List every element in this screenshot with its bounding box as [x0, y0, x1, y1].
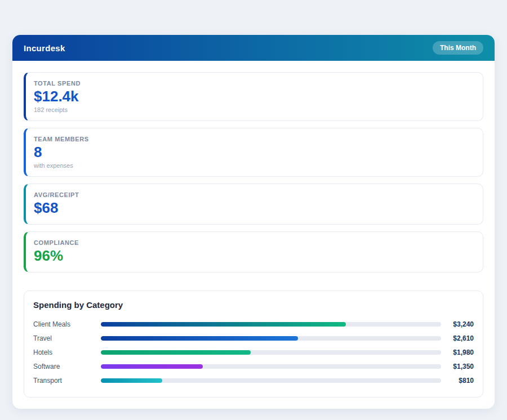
dashboard-card: Incurdesk This Month TOTAL SPEND $12.4k … — [12, 35, 495, 409]
stat-subtext: 182 receipts — [34, 106, 474, 113]
chart-row-client-meals: Client Meals $3,240 — [33, 318, 474, 332]
stat-value: $68 — [34, 200, 474, 217]
stat-card-compliance: COMPLIANCE 96% — [24, 231, 483, 272]
period-badge[interactable]: This Month — [433, 41, 483, 55]
stat-value: $12.4k — [34, 88, 474, 105]
stat-card-avg-receipt: AVG/RECEIPT $68 — [24, 184, 483, 225]
stat-value: 96% — [34, 248, 474, 265]
stat-label: TEAM MEMBERS — [34, 136, 474, 142]
bar-fill — [101, 364, 203, 369]
chart-row-travel: Travel $2,610 — [33, 332, 474, 346]
bar-fill — [101, 336, 298, 341]
bar-track — [101, 350, 441, 355]
stat-label: AVG/RECEIPT — [34, 191, 474, 198]
stat-value: 8 — [34, 144, 474, 161]
stats-section: TOTAL SPEND $12.4k 182 receipts TEAM MEM… — [12, 61, 495, 282]
bar-track — [101, 378, 441, 383]
category-value: $1,980 — [441, 348, 474, 356]
app-header: Incurdesk This Month — [12, 35, 495, 61]
bar-track — [101, 364, 441, 369]
chart-row-transport: Transport $810 — [33, 374, 474, 388]
category-label: Hotels — [33, 348, 101, 356]
category-label: Travel — [33, 334, 101, 342]
category-value: $3,240 — [441, 320, 474, 328]
bar-fill — [101, 322, 346, 327]
chart-row-hotels: Hotels $1,980 — [33, 346, 474, 360]
chart-row-software: Software $1,350 — [33, 360, 474, 374]
stat-card-team-members: TEAM MEMBERS 8 with expenses — [24, 128, 483, 177]
bar-track — [101, 322, 441, 327]
chart-title: Spending by Category — [33, 300, 474, 310]
stat-subtext: with expenses — [34, 162, 474, 169]
category-value: $1,350 — [441, 363, 474, 370]
category-value: $810 — [441, 377, 474, 385]
stat-card-total-spend: TOTAL SPEND $12.4k 182 receipts — [24, 72, 483, 121]
category-label: Client Meals — [33, 320, 101, 328]
bar-track — [101, 336, 441, 341]
bar-fill — [101, 350, 251, 355]
stat-label: TOTAL SPEND — [34, 80, 474, 87]
spending-by-category-chart: Spending by Category Client Meals $3,240… — [24, 291, 483, 397]
bar-fill — [101, 378, 162, 383]
category-value: $2,610 — [441, 334, 474, 342]
category-label: Software — [33, 363, 101, 370]
category-label: Transport — [33, 377, 101, 385]
stat-label: COMPLIANCE — [34, 239, 474, 246]
app-title: Incurdesk — [24, 43, 65, 53]
